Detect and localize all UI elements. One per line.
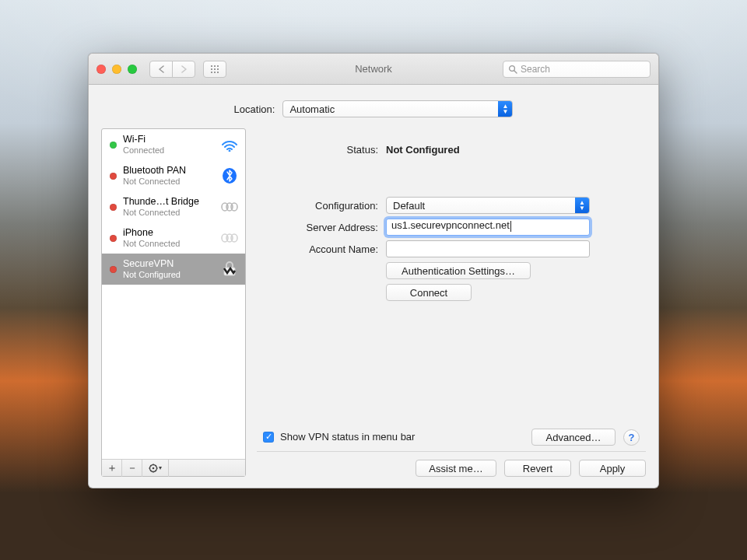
service-actions-menu[interactable] bbox=[142, 460, 169, 477]
account-name-label: Account Name: bbox=[257, 243, 378, 255]
service-name: Bluetooth PAN bbox=[123, 165, 186, 176]
status-dot-icon bbox=[110, 266, 117, 273]
search-input[interactable]: Search bbox=[503, 61, 651, 78]
revert-button[interactable]: Revert bbox=[504, 460, 571, 477]
svg-point-7 bbox=[214, 72, 216, 73]
location-value: Automatic bbox=[289, 103, 335, 115]
svg-point-1 bbox=[214, 65, 216, 67]
sidebar-item-thunderbolt-bridge[interactable]: Thunde…t Bridge Not Connected bbox=[102, 191, 245, 222]
service-sub: Not Connected bbox=[123, 238, 180, 249]
svg-point-8 bbox=[217, 72, 219, 73]
svg-point-11 bbox=[229, 150, 231, 152]
status-dot-icon bbox=[110, 142, 117, 149]
sidebar-item-text: Bluetooth PAN Not Connected bbox=[123, 165, 186, 187]
remove-service-button[interactable]: － bbox=[122, 460, 142, 477]
sidebar-item-text: Wi-Fi Connected bbox=[123, 134, 164, 156]
svg-point-0 bbox=[211, 65, 212, 67]
service-name: iPhone bbox=[123, 227, 180, 238]
svg-point-3 bbox=[211, 68, 212, 70]
svg-line-10 bbox=[514, 71, 517, 73]
advanced-button[interactable]: Advanced… bbox=[531, 429, 615, 446]
service-sub: Not Configured bbox=[123, 269, 181, 280]
configuration-label: Configuration: bbox=[257, 200, 378, 212]
vpn-lock-icon bbox=[220, 261, 239, 278]
svg-line-28 bbox=[150, 471, 151, 471]
show-vpn-row: ✓ Show VPN status in menu bar bbox=[263, 431, 415, 443]
configuration-popup[interactable]: Default ▲▼ bbox=[386, 197, 590, 214]
chevron-up-down-icon: ▲▼ bbox=[575, 198, 589, 213]
link-icon bbox=[220, 229, 239, 247]
sidebar-item-text: SecureVPN Not Configured bbox=[123, 258, 181, 280]
zoom-window-button[interactable] bbox=[128, 65, 137, 74]
svg-point-6 bbox=[211, 72, 212, 73]
account-name-input[interactable] bbox=[386, 240, 590, 257]
search-icon bbox=[508, 65, 517, 74]
show-vpn-checkbox[interactable]: ✓ bbox=[263, 432, 274, 443]
content-area: Location: Automatic ▲▼ Wi-Fi Connected bbox=[89, 85, 658, 488]
services-list: Wi-Fi Connected Bluetooth PAN Not Connec… bbox=[102, 129, 245, 459]
bridge-icon bbox=[220, 198, 239, 215]
svg-point-21 bbox=[152, 467, 154, 470]
wifi-icon bbox=[220, 136, 239, 153]
sidebar-footer: ＋ － bbox=[102, 459, 245, 476]
status-dot-icon bbox=[110, 235, 117, 242]
text-caret-icon bbox=[510, 221, 511, 232]
auth-settings-button[interactable]: Authentication Settings… bbox=[386, 262, 531, 279]
svg-line-29 bbox=[155, 465, 156, 466]
location-popup[interactable]: Automatic ▲▼ bbox=[282, 100, 513, 117]
services-sidebar: Wi-Fi Connected Bluetooth PAN Not Connec… bbox=[101, 128, 246, 477]
bluetooth-icon bbox=[220, 167, 239, 184]
server-address-value: us1.securevpnconnect.net bbox=[391, 219, 510, 231]
help-button[interactable]: ? bbox=[623, 429, 640, 446]
status-dot-icon bbox=[110, 204, 117, 211]
body-columns: Wi-Fi Connected Bluetooth PAN Not Connec… bbox=[101, 128, 646, 477]
server-address-row: Server Address: us1.securevpnconnect.net bbox=[257, 216, 646, 238]
service-name: SecureVPN bbox=[123, 258, 181, 269]
footer-row: Assist me… Revert Apply bbox=[257, 451, 646, 477]
sidebar-item-iphone[interactable]: iPhone Not Connected bbox=[102, 222, 245, 254]
svg-point-2 bbox=[217, 65, 219, 67]
add-service-button[interactable]: ＋ bbox=[102, 460, 122, 477]
status-dot-icon bbox=[110, 173, 117, 180]
nav-back-forward bbox=[149, 61, 195, 78]
connect-button[interactable]: Connect bbox=[386, 284, 472, 301]
status-value: Not Configured bbox=[386, 144, 460, 156]
traffic-lights bbox=[96, 65, 137, 74]
service-name: Wi-Fi bbox=[123, 134, 164, 145]
configuration-value: Default bbox=[393, 200, 425, 212]
service-name: Thunde…t Bridge bbox=[123, 196, 199, 207]
sidebar-item-wifi[interactable]: Wi-Fi Connected bbox=[102, 129, 245, 160]
close-window-button[interactable] bbox=[96, 65, 106, 74]
minimize-window-button[interactable] bbox=[112, 65, 121, 74]
svg-line-27 bbox=[155, 471, 156, 471]
show-vpn-label: Show VPN status in menu bar bbox=[280, 431, 415, 443]
apply-button[interactable]: Apply bbox=[579, 460, 646, 477]
service-sub: Connected bbox=[123, 145, 164, 156]
back-button[interactable] bbox=[149, 61, 173, 78]
chevron-up-down-icon: ▲▼ bbox=[498, 101, 512, 117]
titlebar: Network Search bbox=[89, 54, 658, 85]
svg-point-9 bbox=[510, 65, 515, 71]
server-address-label: Server Address: bbox=[257, 222, 378, 233]
prefs-window: Network Search Location: Automatic ▲▼ Wi… bbox=[88, 53, 659, 488]
sidebar-item-vpn[interactable]: SecureVPN Not Configured bbox=[102, 254, 245, 285]
search-placeholder: Search bbox=[521, 64, 550, 75]
server-address-input[interactable]: us1.securevpnconnect.net bbox=[386, 219, 590, 236]
sidebar-item-text: Thunde…t Bridge Not Connected bbox=[123, 196, 199, 218]
account-name-row: Account Name: bbox=[257, 238, 646, 260]
location-row: Location: Automatic ▲▼ bbox=[101, 96, 646, 128]
sidebar-item-bluetooth-pan[interactable]: Bluetooth PAN Not Connected bbox=[102, 160, 245, 191]
forward-button[interactable] bbox=[172, 61, 195, 78]
assist-me-button[interactable]: Assist me… bbox=[416, 460, 496, 477]
sidebar-item-text: iPhone Not Connected bbox=[123, 227, 180, 249]
status-row: Status: Not Configured bbox=[257, 128, 646, 162]
detail-pane: Status: Not Configured Configuration: De… bbox=[257, 128, 646, 477]
gear-icon bbox=[149, 464, 163, 473]
svg-point-4 bbox=[214, 68, 216, 70]
status-label: Status: bbox=[257, 144, 378, 156]
svg-line-26 bbox=[150, 465, 151, 466]
svg-point-5 bbox=[217, 68, 219, 70]
location-label: Location: bbox=[234, 103, 275, 115]
service-sub: Not Connected bbox=[123, 207, 199, 218]
show-all-button[interactable] bbox=[203, 61, 226, 78]
